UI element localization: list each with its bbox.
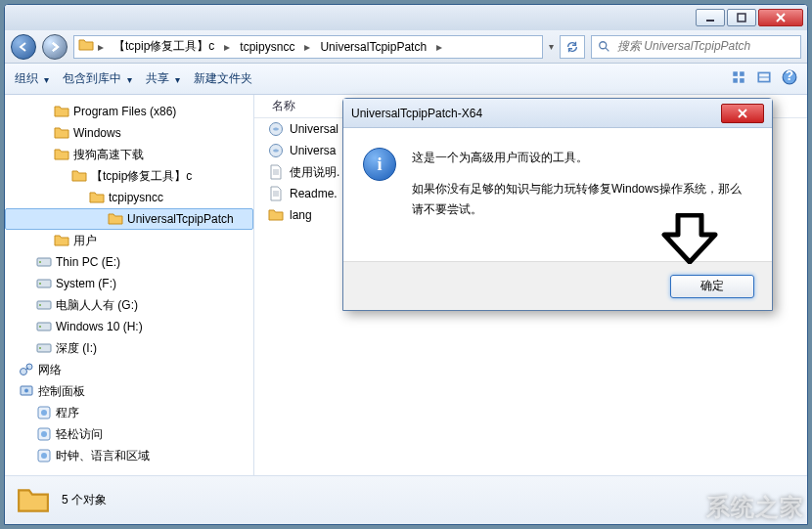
folder-icon — [54, 125, 69, 141]
nav-forward-button[interactable] — [42, 34, 68, 60]
maximize-button[interactable] — [727, 9, 756, 26]
address-bar: ▸ 【tcpip修复工具】c ▸ tcpipysncc ▸ UniversalT… — [5, 30, 807, 64]
tree-item-label: Windows — [73, 126, 121, 140]
tree-item[interactable]: UniversalTcpipPatch — [5, 208, 253, 230]
chevron-right-icon[interactable]: ▸ — [434, 36, 444, 58]
tree-item[interactable]: Program Files (x86) — [5, 101, 253, 122]
new-folder-button[interactable]: 新建文件夹 — [194, 70, 252, 87]
folder-icon — [89, 190, 105, 205]
tree-item-label: 控制面板 — [38, 383, 85, 400]
annotation-arrow-icon — [660, 213, 719, 264]
dialog-close-button[interactable] — [721, 104, 764, 123]
search-icon — [598, 40, 611, 54]
tree-item-label: 时钟、语言和区域 — [56, 448, 150, 464]
breadcrumb-item[interactable]: 【tcpip修复工具】c — [108, 36, 220, 58]
exe-icon — [268, 143, 284, 158]
breadcrumb-item[interactable]: UniversalTcpipPatch — [314, 36, 432, 58]
tree-item[interactable]: 控制面板 — [5, 380, 253, 402]
view-mode-button[interactable] — [731, 69, 746, 88]
folder-icon — [108, 211, 123, 227]
share-menu[interactable]: 共享 — [146, 70, 180, 87]
dialog-titlebar[interactable]: UniversalTcpipPatch-X64 — [343, 99, 772, 128]
tree-item-label: 用户 — [73, 233, 97, 249]
navigation-pane[interactable]: Program Files (x86)Windows搜狗高速下载【tcpip修复… — [5, 95, 254, 475]
folder-icon — [54, 104, 69, 119]
tree-item-label: tcpipysncc — [109, 191, 163, 204]
message-dialog: UniversalTcpipPatch-X64 i 这是一个为高级用户而设的工具… — [342, 98, 773, 311]
folder-icon — [54, 147, 69, 162]
tree-item[interactable]: Thin PC (E:) — [5, 251, 253, 273]
chevron-right-icon[interactable]: ▸ — [302, 36, 312, 58]
status-bar: 5 个对象 — [5, 475, 807, 524]
tree-item[interactable]: System (F:) — [5, 273, 253, 294]
tree-item[interactable]: Windows — [5, 122, 253, 144]
file-name: 使用说明. — [290, 164, 339, 181]
folder-icon — [71, 168, 87, 184]
dialog-ok-button[interactable]: 确定 — [670, 275, 754, 298]
tree-item-label: 深度 (I:) — [56, 340, 97, 357]
toolbar: 组织 包含到库中 共享 新建文件夹 — [5, 64, 807, 95]
panel-icon — [19, 383, 34, 399]
tree-item-label: 电脑人人有 (G:) — [56, 297, 138, 314]
tree-item[interactable]: 用户 — [5, 230, 253, 251]
tree-item[interactable]: 轻松访问 — [5, 423, 253, 445]
tree-item-label: UniversalTcpipPatch — [127, 212, 234, 226]
tree-item[interactable]: 程序 — [5, 402, 253, 423]
dialog-title: UniversalTcpipPatch-X64 — [351, 107, 721, 120]
drive-icon — [36, 254, 52, 270]
window-titlebar — [5, 5, 807, 30]
tree-item[interactable]: 深度 (I:) — [5, 337, 253, 359]
drive-icon — [36, 319, 52, 334]
tree-item-label: 程序 — [56, 405, 79, 421]
preview-pane-button[interactable] — [756, 69, 772, 88]
app-icon — [36, 405, 52, 420]
organize-menu[interactable]: 组织 — [15, 70, 49, 87]
tree-item[interactable]: 时钟、语言和区域 — [5, 445, 253, 466]
file-name: lang — [290, 208, 312, 222]
tree-item-label: System (F:) — [56, 277, 116, 290]
folder-icon — [15, 484, 52, 517]
include-in-library-menu[interactable]: 包含到库中 — [63, 70, 132, 87]
folder-icon — [78, 37, 94, 56]
drive-icon — [36, 297, 52, 313]
tree-item-label: 搜狗高速下载 — [73, 147, 144, 163]
chevron-right-icon[interactable]: ▸ — [96, 36, 106, 58]
exe-icon — [268, 121, 284, 137]
txt-icon — [268, 186, 284, 201]
search-input[interactable]: 搜索 UniversalTcpipPatch — [591, 35, 801, 59]
app-icon — [36, 426, 52, 442]
file-name: Universal — [290, 122, 338, 136]
net-icon — [19, 362, 34, 377]
drive-icon — [36, 340, 52, 356]
folder-icon — [54, 233, 69, 248]
file-name: Universa — [290, 144, 336, 157]
folder-icon — [268, 207, 284, 223]
help-button[interactable] — [782, 69, 797, 88]
breadcrumb-dropdown-icon[interactable]: ▾ — [549, 41, 554, 52]
tree-item[interactable]: 电脑人人有 (G:) — [5, 294, 253, 316]
nav-back-button[interactable] — [11, 34, 36, 60]
tree-item-label: 轻松访问 — [56, 426, 103, 443]
tree-item-label: 【tcpip修复工具】c — [91, 168, 192, 185]
info-icon: i — [363, 148, 396, 181]
tree-item[interactable]: Windows 10 (H:) — [5, 316, 253, 337]
file-name: Readme. — [290, 187, 338, 200]
close-button[interactable] — [758, 9, 803, 26]
tree-item[interactable]: tcpipysncc — [5, 187, 253, 208]
breadcrumb-item[interactable]: tcpipysncc — [234, 36, 300, 58]
tree-item-label: Program Files (x86) — [73, 105, 176, 118]
tree-item[interactable]: 搜狗高速下载 — [5, 144, 253, 165]
app-icon — [36, 448, 52, 463]
minimize-button[interactable] — [696, 9, 725, 26]
status-object-count: 5 个对象 — [62, 492, 107, 508]
tree-item-label: Windows 10 (H:) — [56, 320, 143, 333]
tree-item[interactable]: 网络 — [5, 359, 253, 380]
chevron-right-icon[interactable]: ▸ — [222, 36, 232, 58]
txt-icon — [268, 164, 284, 180]
breadcrumb[interactable]: ▸ 【tcpip修复工具】c ▸ tcpipysncc ▸ UniversalT… — [73, 35, 543, 59]
tree-item-label: Thin PC (E:) — [56, 255, 120, 269]
refresh-button[interactable] — [560, 35, 585, 59]
tree-item-label: 网络 — [38, 362, 62, 378]
tree-item[interactable]: 【tcpip修复工具】c — [5, 165, 253, 187]
drive-icon — [36, 276, 52, 291]
